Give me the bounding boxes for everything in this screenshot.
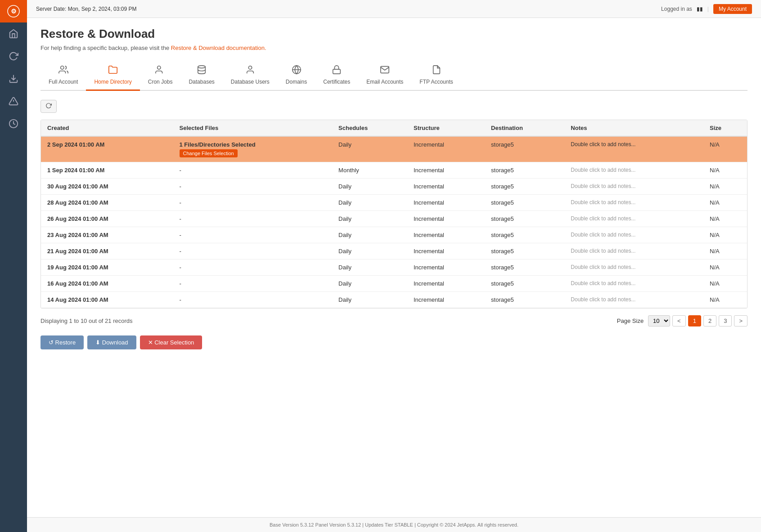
- table-row[interactable]: 23 Aug 2024 01:00 AM-DailyIncrementalsto…: [41, 227, 747, 243]
- cell-selected-files: -: [173, 179, 333, 195]
- cell-size: N/A: [703, 259, 747, 276]
- col-header-created: Created: [41, 120, 173, 136]
- cell-selected-files: -: [173, 292, 333, 308]
- table-row[interactable]: 26 Aug 2024 01:00 AM-DailyIncrementalsto…: [41, 211, 747, 227]
- refresh-button[interactable]: [41, 100, 57, 113]
- cell-destination: storage5: [485, 136, 564, 162]
- home-directory-tab-icon: [108, 65, 118, 77]
- doc-link[interactable]: Restore & Download documentation.: [171, 45, 266, 51]
- cell-notes[interactable]: Double click to add notes...: [564, 162, 703, 179]
- clear-selection-button[interactable]: ✕ Clear Selection: [140, 335, 203, 349]
- svg-point-9: [248, 66, 252, 69]
- email-accounts-tab-label: Email Accounts: [366, 79, 403, 85]
- tab-email-accounts[interactable]: Email Accounts: [358, 60, 411, 91]
- col-header-structure: Structure: [407, 120, 485, 136]
- tab-certificates[interactable]: Certificates: [315, 60, 358, 91]
- cell-size: N/A: [703, 136, 747, 162]
- tabs-bar: Full AccountHome DirectoryCron JobsDatab…: [41, 60, 747, 91]
- server-date: Server Date: Mon, Sep 2, 2024, 03:09 PM: [36, 6, 136, 12]
- col-header-size: Size: [703, 120, 747, 136]
- svg-point-6: [60, 66, 63, 69]
- cell-selected-files: -: [173, 227, 333, 243]
- cell-created: 28 Aug 2024 01:00 AM: [41, 195, 173, 211]
- cell-schedules: Daily: [332, 195, 407, 211]
- divider: |: [707, 6, 709, 12]
- col-header-destination: Destination: [485, 120, 564, 136]
- tab-databases[interactable]: Databases: [180, 60, 222, 91]
- tab-ftp-accounts[interactable]: FTP Accounts: [411, 60, 461, 91]
- page-subtitle: For help finding a specific backup, plea…: [41, 45, 747, 51]
- cell-notes[interactable]: Double click to add notes...: [564, 136, 703, 162]
- cell-notes[interactable]: Double click to add notes...: [564, 211, 703, 227]
- cell-size: N/A: [703, 227, 747, 243]
- cell-notes[interactable]: Double click to add notes...: [564, 179, 703, 195]
- page-next-button[interactable]: >: [734, 315, 747, 326]
- cron-jobs-tab-icon: [155, 65, 165, 77]
- cell-structure: Incremental: [407, 211, 485, 227]
- home-directory-tab-label: Home Directory: [94, 79, 131, 85]
- cron-jobs-tab-label: Cron Jobs: [148, 79, 173, 85]
- cell-structure: Incremental: [407, 243, 485, 259]
- cell-schedules: Daily: [332, 243, 407, 259]
- cell-notes[interactable]: Double click to add notes...: [564, 259, 703, 276]
- cell-schedules: Daily: [332, 259, 407, 276]
- cell-selected-files: -: [173, 276, 333, 292]
- cell-schedules: Daily: [332, 179, 407, 195]
- table-row[interactable]: 21 Aug 2024 01:00 AM-DailyIncrementalsto…: [41, 243, 747, 259]
- table-row[interactable]: 2 Sep 2024 01:00 AM1 Files/Directories S…: [41, 136, 747, 162]
- table-row[interactable]: 28 Aug 2024 01:00 AM-DailyIncrementalsto…: [41, 195, 747, 211]
- download-button[interactable]: ⬇ Download: [87, 335, 136, 349]
- page-prev-button[interactable]: <: [672, 315, 686, 326]
- svg-rect-12: [333, 69, 341, 74]
- ftp-accounts-tab-icon: [432, 65, 441, 77]
- cell-notes[interactable]: Double click to add notes...: [564, 195, 703, 211]
- restore-button[interactable]: ↺ Restore: [41, 335, 84, 349]
- cell-notes[interactable]: Double click to add notes...: [564, 292, 703, 308]
- cell-notes[interactable]: Double click to add notes...: [564, 227, 703, 243]
- sidebar-download-icon[interactable]: [0, 67, 27, 90]
- cell-structure: Incremental: [407, 162, 485, 179]
- cell-destination: storage5: [485, 276, 564, 292]
- tab-domains[interactable]: Domains: [278, 60, 315, 91]
- cell-notes[interactable]: Double click to add notes...: [564, 276, 703, 292]
- page-size-select[interactable]: 10 25 50: [648, 315, 670, 326]
- cell-structure: Incremental: [407, 195, 485, 211]
- backup-table-wrap: CreatedSelected FilesSchedulesStructureD…: [41, 120, 747, 308]
- sidebar-refresh-icon[interactable]: [0, 45, 27, 67]
- change-files-button[interactable]: Change Files Selection: [180, 149, 238, 157]
- sidebar-home-icon[interactable]: [0, 22, 27, 45]
- cell-created: 21 Aug 2024 01:00 AM: [41, 243, 173, 259]
- table-row[interactable]: 30 Aug 2024 01:00 AM-DailyIncrementalsto…: [41, 179, 747, 195]
- footer: Base Version 5.3.12 Panel Version 5.3.12…: [27, 517, 761, 532]
- logged-in-user: ▮▮: [697, 6, 703, 12]
- page-1-button[interactable]: 1: [688, 315, 701, 326]
- cell-schedules: Daily: [332, 136, 407, 162]
- table-row[interactable]: 19 Aug 2024 01:00 AM-DailyIncrementalsto…: [41, 259, 747, 276]
- cell-notes[interactable]: Double click to add notes...: [564, 243, 703, 259]
- table-row[interactable]: 16 Aug 2024 01:00 AM-DailyIncrementalsto…: [41, 276, 747, 292]
- cell-schedules: Daily: [332, 227, 407, 243]
- sidebar-logo[interactable]: ⚙: [0, 0, 27, 22]
- cell-created: 19 Aug 2024 01:00 AM: [41, 259, 173, 276]
- action-buttons: ↺ Restore ⬇ Download ✕ Clear Selection: [41, 335, 747, 349]
- backup-table: CreatedSelected FilesSchedulesStructureD…: [41, 120, 747, 308]
- sidebar-clock-icon[interactable]: [0, 112, 27, 135]
- files-selected-label: 1 Files/Directories Selected: [180, 141, 256, 148]
- table-row[interactable]: 1 Sep 2024 01:00 AM-MonthlyIncrementalst…: [41, 162, 747, 179]
- sidebar-alert-icon[interactable]: [0, 90, 27, 112]
- my-account-button[interactable]: My Account: [713, 4, 752, 14]
- tab-home-directory[interactable]: Home Directory: [86, 60, 140, 91]
- tab-full-account[interactable]: Full Account: [41, 60, 86, 91]
- table-row[interactable]: 14 Aug 2024 01:00 AM-DailyIncrementalsto…: [41, 292, 747, 308]
- cell-schedules: Daily: [332, 292, 407, 308]
- tab-cron-jobs[interactable]: Cron Jobs: [140, 60, 181, 91]
- full-account-tab-icon: [59, 65, 68, 77]
- cell-destination: storage5: [485, 179, 564, 195]
- svg-point-7: [158, 66, 161, 69]
- cell-created: 16 Aug 2024 01:00 AM: [41, 276, 173, 292]
- cell-created: 23 Aug 2024 01:00 AM: [41, 227, 173, 243]
- cell-selected-files: 1 Files/Directories SelectedChange Files…: [173, 136, 333, 162]
- tab-database-users[interactable]: Database Users: [223, 60, 278, 91]
- page-2-button[interactable]: 2: [703, 315, 716, 326]
- page-3-button[interactable]: 3: [719, 315, 732, 326]
